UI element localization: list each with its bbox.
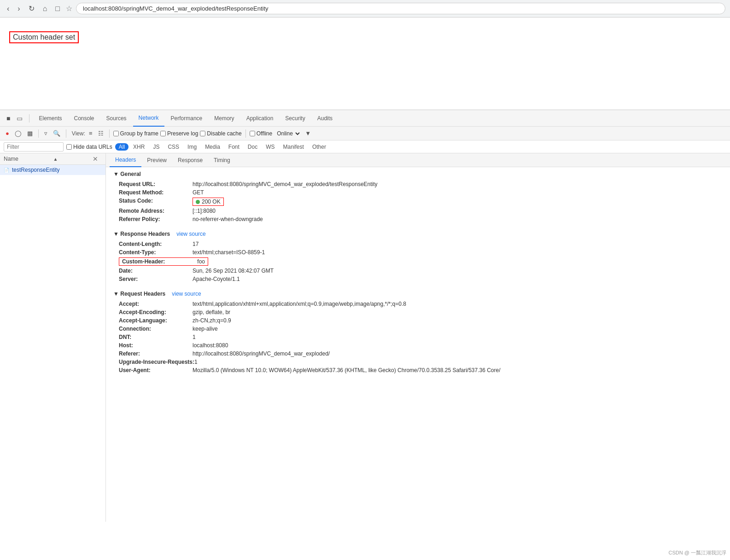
content-type-row: Content-Type: text/html;charset=ISO-8859… [113,248,723,257]
stop-button[interactable]: ◯ [13,129,23,138]
request-method-row: Request Method: GET [113,188,723,197]
status-dot [196,200,200,204]
group-by-frame-input[interactable] [113,131,119,136]
search-button[interactable]: 🔍 [51,129,62,138]
filter-tag-css[interactable]: CSS [164,143,183,151]
home-button[interactable]: ⌂ [41,4,50,14]
filter-tag-img[interactable]: Img [184,143,200,151]
toolbar-sep-3 [109,129,110,138]
tab-application[interactable]: Application [241,110,279,127]
disable-cache-checkbox[interactable]: Disable cache [200,130,241,137]
tab-security[interactable]: Security [280,110,310,127]
subtab-preview[interactable]: Preview [141,153,172,167]
view-grid-button[interactable]: ☷ [96,129,105,138]
tab-elements[interactable]: Elements [33,110,67,127]
server-key: Server: [119,276,193,282]
group-by-frame-label: Group by frame [120,130,158,137]
custom-header-key: Custom-Header: [122,258,196,265]
view-list-button[interactable]: ≡ [87,129,94,138]
group-by-frame-checkbox[interactable]: Group by frame [113,130,158,137]
connection-value: keep-alive [193,326,218,332]
close-panel-button[interactable]: ✕ [93,155,98,163]
custom-header-row: Custom-Header: foo [113,257,723,267]
offline-input[interactable] [250,131,255,136]
tab-console[interactable]: Console [69,110,100,127]
upgrade-value: 1 [194,359,198,365]
tab-memory[interactable]: Memory [209,110,239,127]
device-icon[interactable]: ▭ [14,113,25,124]
host-key: Host: [119,342,193,349]
user-agent-value: Mozilla/5.0 (Windows NT 10.0; WOW64) App… [193,367,501,373]
page-content: Custom header set [0,18,730,110]
tab-separator [29,114,29,122]
camera-button[interactable]: ▩ [25,129,35,138]
filter-tag-font[interactable]: Font [225,143,243,151]
filter-tag-ws[interactable]: WS [262,143,278,151]
filter-tag-all[interactable]: All [115,143,128,151]
throttle-more-button[interactable]: ▼ [303,129,313,138]
filter-tag-other[interactable]: Other [309,143,330,151]
tab-network[interactable]: Network [133,110,164,127]
remote-address-value: [::1]:8080 [193,208,216,214]
devtools-main: Name ▲ ✕ 📄 testResponseEntity Headers Pr… [0,153,730,522]
filter-tag-xhr[interactable]: XHR [129,143,148,151]
tab-audits[interactable]: Audits [312,110,338,127]
content-type-value: text/html;charset=ISO-8859-1 [193,249,265,256]
back-button[interactable]: ‹ [5,4,12,14]
headers-content: ▼ General Request URL: http://localhost:… [106,167,730,385]
record-button[interactable]: ● [4,129,11,138]
inspect-icon[interactable]: ■ [4,113,13,124]
accept-row: Accept: text/html,application/xhtml+xml,… [113,300,723,308]
content-type-key: Content-Type: [119,249,193,256]
tab-sources[interactable]: Sources [101,110,132,127]
response-toggle[interactable]: ▼ Response Headers [113,231,170,237]
preserve-log-input[interactable] [160,131,166,136]
custom-header-value: foo [197,258,205,265]
subtab-timing[interactable]: Timing [208,153,236,167]
subtab-response[interactable]: Response [172,153,208,167]
filter-button[interactable]: ▿ [42,129,49,138]
filter-input[interactable] [4,142,64,152]
hide-data-urls-label: Hide data URLs [73,144,112,150]
referrer-policy-key: Referrer Policy: [119,216,193,222]
date-key: Date: [119,268,193,274]
response-view-source[interactable]: view source [176,231,205,237]
subtabs-bar: Headers Preview Response Timing [106,153,730,167]
request-view-source[interactable]: view source [172,291,201,297]
dnt-row: DNT: 1 [113,333,723,341]
host-row: Host: localhost:8080 [113,341,723,350]
preserve-log-checkbox[interactable]: Preserve log [160,130,198,137]
forward-button[interactable]: › [15,4,22,14]
bookmark-button[interactable]: □ [53,4,62,14]
headers-pane: Headers Preview Response Timing ▼ Genera… [106,153,730,522]
remote-address-key: Remote Address: [119,208,193,214]
disable-cache-input[interactable] [200,131,205,136]
tab-performance[interactable]: Performance [165,110,208,127]
hide-data-urls-input[interactable] [66,144,72,150]
subtab-headers[interactable]: Headers [110,153,141,167]
upgrade-row: Upgrade-Insecure-Requests: 1 [113,358,723,366]
request-headers-title: ▼ Request Headers view source [113,291,723,297]
filter-tag-js[interactable]: JS [149,143,163,151]
filter-tag-manifest[interactable]: Manifest [280,143,308,151]
status-code-row: Status Code: 200 OK [113,197,723,207]
date-value: Sun, 26 Sep 2021 08:42:07 GMT [193,268,274,274]
filter-tag-media[interactable]: Media [201,143,224,151]
hide-data-urls-checkbox[interactable]: Hide data URLs [66,144,112,150]
toolbar-sep-1 [38,129,39,138]
accept-language-key: Accept-Language: [119,317,193,324]
filter-tag-doc[interactable]: Doc [244,143,261,151]
devtools-panel: ■ ▭ Elements Console Sources Network Per… [0,110,730,522]
star-button[interactable]: ☆ [66,4,72,13]
server-row: Server: Apache-Coyote/1.1 [113,275,723,283]
general-toggle[interactable]: ▼ General [113,171,141,177]
offline-checkbox[interactable]: Offline [250,130,272,137]
sort-indicator: ▲ [53,157,58,162]
referrer-policy-value: no-referrer-when-downgrade [193,216,263,222]
reload-button[interactable]: ↻ [26,3,37,14]
network-item[interactable]: 📄 testResponseEntity [0,165,105,175]
referer-row: Referer: http://localhost:8080/springMVC… [113,350,723,358]
accept-encoding-value: gzip, deflate, br [193,309,230,315]
request-toggle[interactable]: ▼ Request Headers [113,291,165,297]
throttle-select[interactable]: Online [274,130,301,137]
